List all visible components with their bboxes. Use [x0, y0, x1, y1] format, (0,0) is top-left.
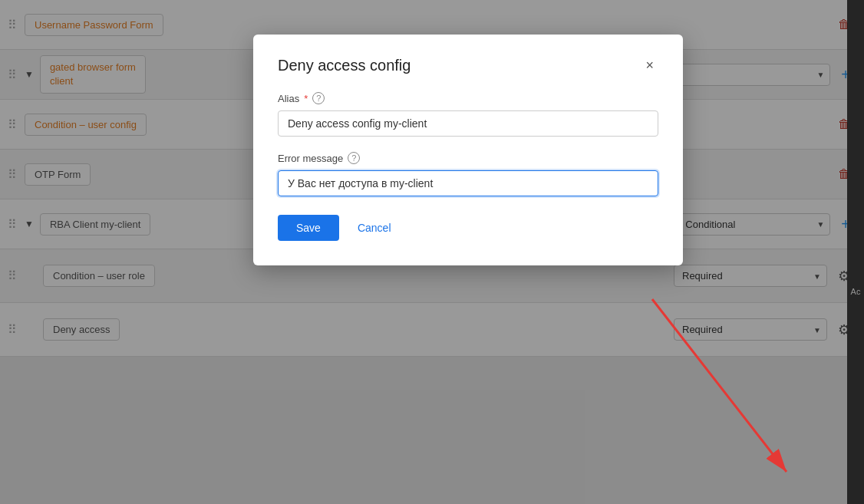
error-message-help-icon[interactable]: ?: [348, 152, 360, 164]
modal-title: Deny access config: [278, 57, 411, 74]
alias-field: Alias * ?: [278, 92, 658, 137]
error-message-label-text: Error message: [278, 153, 343, 164]
deny-access-config-modal: Deny access config × Alias * ? Error mes…: [253, 35, 683, 265]
error-message-input[interactable]: [278, 170, 658, 196]
save-button[interactable]: Save: [278, 215, 339, 241]
error-message-field: Error message ?: [278, 152, 658, 196]
modal-close-button[interactable]: ×: [641, 56, 658, 75]
error-message-label: Error message ?: [278, 152, 658, 164]
modal-header: Deny access config ×: [278, 56, 658, 75]
alias-help-icon[interactable]: ?: [312, 92, 325, 104]
cancel-button[interactable]: Cancel: [351, 215, 397, 241]
background-area: ⠿ Username Password Form 🗑 ⠿ ▼ gated bro…: [0, 0, 864, 504]
modal-actions: Save Cancel: [278, 215, 658, 241]
alias-label-text: Alias: [278, 93, 299, 104]
alias-label: Alias * ?: [278, 92, 658, 104]
alias-input[interactable]: [278, 110, 658, 137]
required-indicator: *: [304, 93, 308, 104]
